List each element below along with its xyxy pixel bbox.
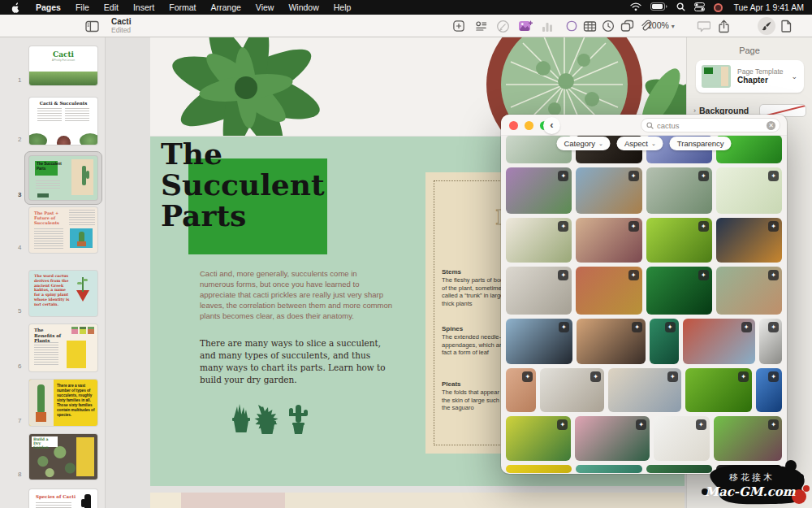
media-picker-window[interactable]: ✦✦✦✦✦✦✦✦✦✦✦✦✦✦✦✦✦✦✦✦✦✦✦✦✦✦ ‹ cactus ✕ Ca… [501,115,787,474]
photo-coastal-cliffs[interactable]: ✦ [576,167,641,214]
photo-snake-plant-pot[interactable]: ✦ [654,416,710,461]
photo-yellow-strip[interactable] [506,465,572,473]
draw-pencil-button[interactable] [494,17,512,35]
filter-aspect-button[interactable]: Aspect⌄ [617,137,663,150]
thumb6-title: The Benefits of Plants [34,328,65,344]
view-sidebar-toggle-button[interactable] [83,17,101,35]
text-box-button[interactable] [472,17,490,35]
menu-item-file[interactable]: File [68,2,97,12]
photo-potted-cactus-closeup[interactable]: ✦ [714,416,782,461]
back-button[interactable]: ‹ [543,117,560,134]
page-thumbnail-6[interactable]: The Benefits of Plants [29,324,97,371]
page-thumbnail-2[interactable]: Cacti & Succulents [29,98,97,145]
page-thumbnails-sidebar: Cacti A Prickly-Fun Lesson 1 Cacti & Suc… [0,37,106,508]
control-center-icon[interactable] [694,2,705,13]
menu-item-window[interactable]: Window [281,2,326,12]
photo-agave-leaves-closeup[interactable]: ✦ [646,267,712,315]
page-thumbnail-3-selected[interactable]: The Succulent Parts [29,156,97,200]
close-window-button[interactable] [509,121,518,130]
photo-garden-tools-flatlay[interactable]: ✦ [540,368,604,412]
page-thumbnail-9[interactable]: Species of Cacti [29,489,97,508]
spotlight-search-icon[interactable] [676,2,685,13]
search-field[interactable]: cactus ✕ [641,118,780,132]
thumbnail-wrap-3: The Succulent Parts 3 [29,156,97,200]
recording-status-icon[interactable] [714,3,723,12]
photo-night-desert[interactable]: ✦ [716,218,782,263]
battery-icon[interactable] [650,2,667,12]
photo-white-spiky-flower[interactable]: ✦ [716,167,782,214]
page-thumbnail-4[interactable]: The Past + Future of Succulents [29,207,97,253]
table-insert-button[interactable] [581,17,598,35]
photo-plant-shelves[interactable]: ✦ [506,218,572,263]
photo-quiver-trees[interactable]: ✦ [506,319,572,364]
apple-menu-icon[interactable] [11,2,20,13]
photo-green-sprouts[interactable]: ✦ [646,218,712,263]
minimize-window-button[interactable] [525,121,533,130]
menu-item-view[interactable]: View [248,2,282,12]
zoom-level: 100% [647,20,669,30]
photo-dark-strip[interactable] [716,465,782,473]
clock-insert-button[interactable] [599,17,617,35]
photo-badge-icon: ✦ [768,221,779,232]
disclosure-triangle-icon[interactable]: › [693,106,696,115]
chart-insert-button[interactable] [538,17,556,35]
menu-item-edit[interactable]: Edit [97,2,126,12]
menu-item-insert[interactable]: Insert [126,2,162,12]
page-title[interactable]: The Succulent Parts [161,138,372,231]
clear-search-icon[interactable]: ✕ [767,121,775,130]
search-input-value[interactable]: cactus [657,121,767,130]
photo-red-canyon-reflection[interactable]: ✦ [683,319,755,364]
filter-transparency-button[interactable]: Transparency [670,137,732,150]
photo-hands-with-succulents[interactable]: ✦ [716,267,782,315]
share-button[interactable] [715,17,732,35]
photo-plant-on-pink-wall[interactable]: ✦ [506,368,536,412]
photo-saguaro-top-sky[interactable]: ✦ [756,368,782,412]
photo-green-strip[interactable] [646,465,712,473]
photo-white-sands-desert[interactable]: ✦ [608,368,681,412]
photo-badge-icon: ✦ [696,419,706,430]
photo-badge-icon: ✦ [667,371,678,382]
potted-plants-illustration[interactable] [229,402,313,447]
page-template-card[interactable]: Page Template Chapter ⌄ [696,60,804,93]
menu-item-pages[interactable]: Pages [28,2,68,12]
wifi-icon[interactable] [630,2,641,13]
zoom-control[interactable]: 100% ▾ [647,20,675,30]
photo-desert-sand-sunset[interactable]: ✦ [576,218,641,263]
filter-category-button[interactable]: Category⌄ [556,137,610,150]
photo-badge-icon: ✦ [628,171,639,181]
photo-cactus-ribs-pattern[interactable]: ✦ [685,368,752,412]
media-insert-button[interactable] [516,17,534,35]
menu-clock[interactable]: Tue Apr 1 9:41 AM [733,2,804,12]
format-paintbrush-button[interactable] [758,17,775,35]
photo-yellow-flower-field[interactable]: ✦ [506,416,571,461]
page-thumbnail-7[interactable]: There are a vast number of types of succ… [29,380,97,426]
photo-joshua-trees-dusk[interactable]: ✦ [577,319,646,364]
menu-item-format[interactable]: Format [162,2,203,12]
page-thumbnail-8[interactable]: Build a Dry Garden [29,434,97,480]
shape-insert-button[interactable] [563,17,581,35]
menu-bar: Pages File Edit Insert Format Arrange Vi… [0,0,812,15]
comment-button[interactable] [694,17,712,35]
insert-button[interactable] [450,17,468,35]
photo-silver-succulents[interactable]: ✦ [646,167,712,214]
template-value: Chapter [737,76,784,85]
photo-pale-desert-cacti[interactable]: ✦ [506,267,572,315]
shapes-library-button[interactable] [618,17,636,35]
menu-item-help[interactable]: Help [326,2,359,12]
photo-teal-strip[interactable] [576,465,641,473]
page-number: 2 [18,136,21,143]
chevron-down-icon[interactable]: ⌄ [791,72,797,80]
document-settings-button[interactable] [777,17,795,35]
photo-succulent-garden[interactable]: ✦ [506,167,572,214]
photo-succulent-rosette[interactable]: ✦ [650,319,679,364]
photo-red-succulent-closeup[interactable]: ✦ [576,267,641,315]
photo-spiky-plant-white[interactable]: ✦ [759,319,782,364]
photo-prickly-pear-sunset[interactable]: ✦ [575,416,650,461]
page-thumbnail-5[interactable]: The word cactus derives from the ancient… [29,271,97,316]
toolbar: Cacti Edited 100% ▾ [0,15,812,37]
page-number: 6 [18,363,21,370]
body-paragraph-1[interactable]: Cacti and, more generally, succulents co… [200,268,393,321]
menu-item-arrange[interactable]: Arrange [203,2,248,12]
page-thumbnail-1[interactable]: Cacti A Prickly-Fun Lesson [29,46,97,85]
body-paragraph-2[interactable]: There are many ways to slice a succulent… [200,337,395,386]
